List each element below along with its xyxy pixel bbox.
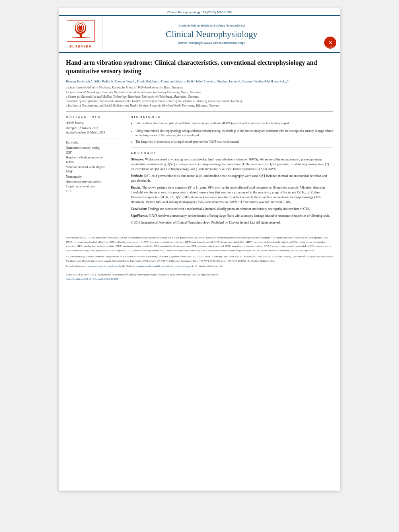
article-title: Hand-arm vibration syndrome: Clinical ch… bbox=[66, 59, 333, 76]
journal-title-area: Contents lists available at SciVerse Sci… bbox=[103, 16, 320, 52]
email-addresses: E-mail addresses: roman.rolke@ukb.uni-bo… bbox=[66, 264, 333, 269]
keyword-6: Neurography bbox=[66, 175, 120, 179]
abstract-objective: Objective: Workers exposed to vibrating … bbox=[131, 157, 333, 172]
bullet-icon-0: • bbox=[131, 121, 136, 127]
keywords-group: Keywords: Quantitative sensory testing Q… bbox=[66, 141, 120, 194]
sciverse-name: SciVerse ScienceDirect bbox=[214, 24, 245, 27]
methods-label: Methods: bbox=[131, 174, 143, 178]
keyword-7: Autonomous nervous system bbox=[66, 179, 120, 184]
affiliation-c: c Center for Biomedicine and Medical Tec… bbox=[66, 94, 333, 99]
abstract-section: ABSTRACT Objective: Workers exposed to v… bbox=[131, 151, 333, 225]
svg-point-7 bbox=[80, 25, 81, 26]
keyword-1: QST bbox=[66, 150, 120, 155]
methods-text: QST, cold provocation tests, fine motor … bbox=[131, 174, 327, 183]
elsevier-logo-inner bbox=[67, 20, 95, 42]
highlight-1: • Using conventional electrophysiology a… bbox=[131, 129, 333, 138]
keyword-4: Vibration-induced white fingers bbox=[66, 165, 120, 170]
corresponding-authors: * Corresponding authors. Address: Depart… bbox=[66, 255, 333, 263]
email-text[interactable]: roman.rolke@ukb.uni-bonn.de bbox=[86, 265, 121, 268]
abstract-significance: Significance: HAVS involves a neuropathy… bbox=[131, 214, 333, 218]
highlight-text-2: The frequency of occurrence of a carpal … bbox=[136, 140, 239, 144]
affiliation-e: e Institute of Occupational and Social M… bbox=[66, 103, 333, 108]
svg-text:CrossMark: CrossMark bbox=[326, 46, 334, 48]
keyword-5: VWF bbox=[66, 170, 120, 175]
abstract-label: ABSTRACT bbox=[131, 151, 333, 155]
crossmark-box[interactable]: ✕ CrossMark bbox=[320, 16, 340, 52]
article-content: Hand-arm vibration syndrome: Clinical ch… bbox=[59, 53, 340, 286]
objective-text: Workers exposed to vibrating tools may d… bbox=[131, 158, 329, 171]
bullet-icon-1: • bbox=[131, 128, 136, 134]
abstract-results: Results: Thirty-two patients were examin… bbox=[131, 185, 333, 205]
highlight-0: • Like deafness due to noise, patients w… bbox=[131, 121, 333, 127]
sciverse-link[interactable]: Contents lists available at SciVerse Sci… bbox=[178, 24, 245, 27]
affiliations: a Department of Palliative Medicine, Rhe… bbox=[66, 85, 333, 108]
left-col: ARTICLE INFO Article history: Accepted 1… bbox=[66, 115, 124, 228]
abstract-conclusion: Conclusion: Findings are consistent with… bbox=[131, 207, 333, 212]
keyword-3: HAVS bbox=[66, 160, 120, 165]
elsevier-logo-box: ELSEVIER bbox=[59, 16, 103, 52]
keyword-2: Hand-arm vibration syndrome bbox=[66, 155, 120, 160]
email-svm-note: (S. Voelter-Mahlknecht). bbox=[195, 265, 222, 268]
right-col: HIGHLIGHTS • Like deafness due to noise,… bbox=[131, 115, 333, 228]
affiliation-b: b Department of Neurology, University Me… bbox=[66, 90, 333, 94]
history-group: Article history: Accepted 18 January 201… bbox=[66, 121, 120, 135]
article-divider bbox=[66, 111, 333, 112]
doi-text: http://dx.doi.org/10.1016/j.clinph.2013.… bbox=[66, 277, 118, 281]
keyword-0: Quantitative sensory testing bbox=[66, 146, 120, 150]
abstract-copyright: © 2013 International Federation of Clini… bbox=[131, 220, 333, 225]
email-svm[interactable]: susanne.voelter-mahlknecht@med.uni-tuebi… bbox=[136, 265, 194, 268]
significance-label: Significance: bbox=[131, 214, 148, 218]
copyright-bar: 1388-2457/$36.00 © 2013 International Fe… bbox=[66, 273, 333, 281]
banner-area: ELSEVIER Contents lists available at Sci… bbox=[59, 15, 340, 53]
keywords-label: Keywords: bbox=[66, 141, 120, 144]
article-info-label: ARTICLE INFO bbox=[66, 115, 120, 119]
elsevier-wordmark: ELSEVIER bbox=[70, 45, 92, 48]
journal-main-title: Clinical Neurophysiology bbox=[166, 29, 257, 39]
svg-text:✕: ✕ bbox=[329, 40, 332, 45]
results-text: Thirty-two patients were examined (54 ± … bbox=[131, 186, 325, 204]
abbreviations: Abbreviations: CDT, cold detection thres… bbox=[66, 236, 333, 253]
highlight-text-0: Like deafness due to noise, patients wit… bbox=[136, 121, 290, 125]
highlights-divider bbox=[131, 148, 333, 148]
available-date: Available online 16 March 2013 bbox=[66, 130, 120, 135]
journal-homepage: journal homepage: www.elsevier.com/locat… bbox=[178, 41, 245, 45]
results-label: Results: bbox=[131, 186, 142, 189]
keyword-9: CTS bbox=[66, 189, 120, 194]
footer-area: Abbreviations: CDT, cold detection thres… bbox=[66, 233, 333, 269]
email-label: E-mail addresses: bbox=[66, 265, 86, 268]
affiliation-a: a Department of Palliative Medicine, Rhe… bbox=[66, 85, 333, 90]
bullet-icon-2: • bbox=[131, 139, 136, 145]
highlight-text-1: Using conventional electrophysiology and… bbox=[136, 129, 333, 138]
journal-citation: Clinical Neurophysiology 124 (2013) 1680… bbox=[167, 10, 232, 14]
highlights-label: HIGHLIGHTS bbox=[131, 115, 333, 119]
sciverse-prefix: Contents lists available at bbox=[178, 24, 212, 27]
history-label: Article history: bbox=[66, 121, 120, 125]
journal-header-top: Clinical Neurophysiology 124 (2013) 1680… bbox=[59, 8, 340, 15]
highlight-2: • The frequency of occurrence of a carpa… bbox=[131, 140, 333, 145]
elsevier-tree-icon bbox=[70, 22, 92, 39]
accepted-date: Accepted 18 January 2013 bbox=[66, 126, 120, 130]
conclusion-label: Conclusion: bbox=[131, 207, 147, 211]
abstract-methods: Methods: QST, cold provocation tests, fi… bbox=[131, 174, 333, 183]
issn-line: 1388-2457/$36.00 © 2013 International Fe… bbox=[66, 273, 333, 277]
affiliation-d: d Institute of Occupational, Social and … bbox=[66, 99, 333, 103]
crossmark-icon: ✕ CrossMark bbox=[324, 36, 337, 49]
objective-label: Objective: bbox=[131, 158, 144, 161]
authors-line: Roman Rolke a,b,*, Silke Rolke b, Thomas… bbox=[66, 79, 333, 84]
homepage-text: journal homepage: www.elsevier.com/locat… bbox=[178, 41, 245, 45]
info-divider bbox=[66, 138, 120, 138]
significance-text: HAVS involves a neuropathy predominantly… bbox=[149, 214, 330, 218]
email-r-rolke-note: (R. Rolke), bbox=[122, 265, 135, 268]
conclusion-text: Findings are consistent with a mechanica… bbox=[148, 207, 310, 211]
page: Clinical Neurophysiology 124 (2013) 1680… bbox=[59, 8, 340, 491]
doi-line[interactable]: http://dx.doi.org/10.1016/j.clinph.2013.… bbox=[66, 277, 333, 281]
keyword-8: Carpal tunnel syndrome bbox=[66, 184, 120, 189]
two-col-layout: ARTICLE INFO Article history: Accepted 1… bbox=[66, 115, 333, 228]
